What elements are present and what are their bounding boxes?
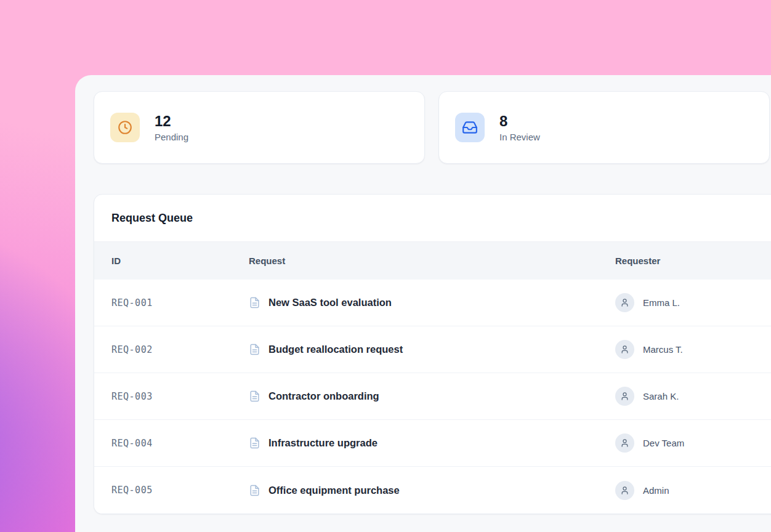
main-panel: 12 Pending 8 In Review Request Q [75,75,771,532]
request-id: REQ-001 [111,297,249,308]
requester-cell: Admin [615,481,771,500]
request-title: Infrastructure upgrade [268,437,377,449]
stat-text: 12 Pending [155,113,188,143]
request-cell: Infrastructure upgrade [249,437,615,449]
file-text-icon [249,390,260,402]
request-title: Office equipment purchase [268,485,400,496]
inbox-icon [455,113,485,142]
requester-name: Marcus T. [643,344,683,355]
stat-card-pending: 12 Pending [94,91,425,164]
requester-name: Emma L. [643,297,680,308]
file-text-icon [249,297,260,308]
request-id: REQ-004 [111,438,249,449]
requester-cell: Marcus T. [615,340,771,359]
avatar [615,433,634,453]
file-text-icon [249,485,260,496]
avatar [615,340,634,359]
table-row[interactable]: REQ-003 Contractor onboarding [94,373,771,420]
column-header-id: ID [111,256,249,266]
table-header: ID Request Requester [94,242,771,280]
table-row[interactable]: REQ-004 Infrastructure upgrade [94,420,771,467]
avatar [615,293,634,312]
stats-row: 12 Pending 8 In Review [94,91,771,164]
request-id: REQ-005 [111,485,249,496]
avatar [615,481,634,500]
column-header-requester: Requester [615,256,771,266]
requester-name: Dev Team [643,438,684,448]
clock-icon [110,113,140,142]
table-title: Request Queue [94,195,771,242]
stat-card-in-review: 8 In Review [438,91,770,164]
request-cell: Budget reallocation request [249,344,615,355]
column-header-request: Request [249,256,615,266]
request-title: Budget reallocation request [268,344,403,355]
table-row[interactable]: REQ-001 New SaaS tool evaluation [94,280,771,326]
avatar [615,387,634,406]
requester-name: Admin [643,485,669,496]
file-text-icon [249,344,260,355]
request-title: Contractor onboarding [268,390,379,402]
request-id: REQ-002 [111,344,249,355]
stat-value: 8 [499,113,540,130]
requester-cell: Sarah K. [615,387,771,406]
file-text-icon [249,437,260,449]
stat-label: Pending [155,132,188,142]
request-cell: Contractor onboarding [249,390,615,402]
request-cell: New SaaS tool evaluation [249,297,615,308]
requester-name: Sarah K. [643,391,679,401]
requester-cell: Emma L. [615,293,771,312]
table-row[interactable]: REQ-005 Office equipment purchase [94,467,771,514]
background: 12 Pending 8 In Review Request Q [0,0,771,532]
stat-value: 12 [155,113,188,130]
stat-label: In Review [499,132,540,142]
table-row[interactable]: REQ-002 Budget reallocation request [94,326,771,373]
request-cell: Office equipment purchase [249,485,615,496]
requester-cell: Dev Team [615,433,771,453]
stat-text: 8 In Review [499,113,540,143]
request-id: REQ-003 [111,391,249,402]
request-queue-card: Request Queue ID Request Requester REQ-0… [94,194,771,514]
request-title: New SaaS tool evaluation [268,297,392,308]
